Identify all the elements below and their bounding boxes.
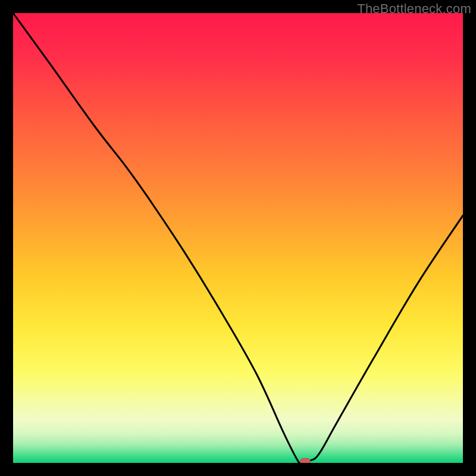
- plot-area: [13, 13, 463, 463]
- optimum-marker: [300, 458, 311, 463]
- chart-frame: TheBottleneck.com: [0, 0, 476, 476]
- watermark-text: TheBottleneck.com: [357, 1, 471, 17]
- bottleneck-curve: [13, 13, 463, 463]
